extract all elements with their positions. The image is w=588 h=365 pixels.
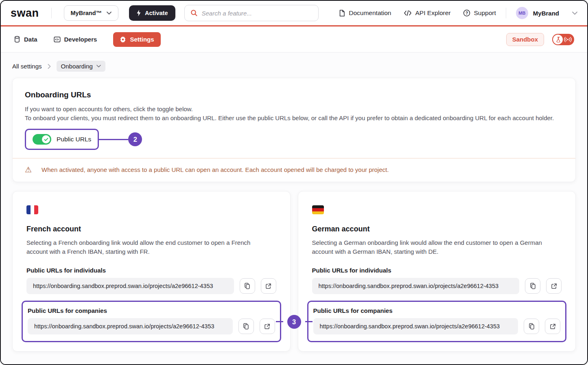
copy-button[interactable] xyxy=(240,278,255,294)
user-menu[interactable]: MB MyBrand xyxy=(516,7,577,19)
feature-search xyxy=(184,5,319,21)
copy-button[interactable] xyxy=(525,278,540,294)
french-companies-url-input[interactable] xyxy=(28,318,233,334)
header-divider xyxy=(51,8,52,18)
copy-button[interactable] xyxy=(524,319,539,334)
tab-developers[interactable]: Developers xyxy=(54,36,97,43)
copy-icon xyxy=(243,323,249,330)
annotation-connector-3-left xyxy=(276,321,283,322)
french-companies-label: Public URLs for companies xyxy=(28,307,275,314)
france-flag-icon xyxy=(26,205,38,214)
documentation-label: Documentation xyxy=(349,9,391,17)
external-link-icon xyxy=(551,283,557,290)
open-url-button[interactable] xyxy=(260,319,275,334)
public-urls-toggle-label: Public URLs xyxy=(57,136,91,143)
external-link-icon xyxy=(265,283,272,290)
german-companies-url-input[interactable] xyxy=(313,318,518,334)
database-icon xyxy=(14,36,20,43)
open-url-button[interactable] xyxy=(261,278,276,294)
breadcrumb-all-settings[interactable]: All settings xyxy=(12,63,42,70)
annotation-box-3-german: Public URLs for companies xyxy=(307,301,567,342)
tab-settings[interactable]: Settings xyxy=(113,32,160,47)
open-url-button[interactable] xyxy=(546,278,562,294)
user-name: MyBrand xyxy=(533,10,559,17)
annotation-box-3-french: Public URLs for companies xyxy=(22,301,281,342)
copy-button[interactable] xyxy=(238,319,254,334)
onboarding-urls-panel: Onboarding URLs If you want to open acco… xyxy=(12,78,576,182)
panel-title: Onboarding URLs xyxy=(25,90,563,99)
annotation-step-3: 3 xyxy=(287,315,301,329)
german-companies-label: Public URLs for companies xyxy=(313,307,561,314)
documentation-link[interactable]: Documentation xyxy=(339,9,391,17)
app-window: swan MyBrand™ Activate D xyxy=(0,0,588,365)
toggle-check-icon xyxy=(42,135,50,143)
swan-logo: swan xyxy=(11,7,39,20)
tab-data[interactable]: Data xyxy=(14,36,37,43)
german-individuals-field: Public URLs for individuals xyxy=(312,267,562,294)
german-account-card: German account Selecting a German onboar… xyxy=(298,191,576,352)
breadcrumb-current-label: Onboarding xyxy=(61,63,93,70)
flask-icon xyxy=(553,35,563,44)
german-individuals-label: Public URLs for individuals xyxy=(312,267,562,274)
public-urls-toggle-row: Public URLs 2 xyxy=(25,129,563,150)
warning-banner: ⚠ When activated, anyone with access to … xyxy=(13,158,575,182)
gear-icon xyxy=(120,36,126,43)
activate-button[interactable]: Activate xyxy=(129,5,175,21)
external-link-icon xyxy=(264,323,271,330)
brand-selector-label: MyBrand™ xyxy=(71,10,102,16)
sandbox-badge: Sandbox xyxy=(506,33,544,46)
open-url-button[interactable] xyxy=(545,319,560,334)
german-account-description: Selecting a German onboarding link would… xyxy=(312,238,556,256)
panel-description-line1: If you want to open accounts for others,… xyxy=(25,105,563,114)
chevron-down-icon xyxy=(107,11,111,15)
breadcrumb-section-dropdown[interactable]: Onboarding xyxy=(57,61,105,72)
french-individuals-label: Public URLs for individuals xyxy=(26,267,276,274)
chevron-down-icon xyxy=(96,65,101,68)
french-individuals-url-input[interactable] xyxy=(26,278,234,294)
search-icon xyxy=(190,9,198,17)
annotation-connector-3-right xyxy=(305,321,313,322)
svg-text:?: ? xyxy=(465,11,468,15)
tab-data-label: Data xyxy=(24,36,37,43)
live-signal-icon xyxy=(564,37,572,42)
activate-label: Activate xyxy=(145,10,168,16)
french-individuals-field: Public URLs for individuals xyxy=(26,267,276,294)
german-account-title: German account xyxy=(312,225,562,233)
document-icon xyxy=(339,10,345,17)
account-cards-row: French account Selecting a French onboar… xyxy=(12,191,576,352)
support-link[interactable]: ? Support xyxy=(463,9,496,17)
api-explorer-label: API Explorer xyxy=(415,9,451,17)
public-urls-toggle[interactable] xyxy=(33,134,51,145)
chevron-right-icon xyxy=(48,64,51,69)
header-links: Documentation API Explorer ? Support MB … xyxy=(327,7,577,19)
search-input[interactable] xyxy=(202,10,313,17)
panel-description-line2: To onboard your clients, you must redire… xyxy=(25,114,563,123)
question-circle-icon: ? xyxy=(463,9,470,17)
french-account-card: French account Selecting a French onboar… xyxy=(12,191,291,352)
lightning-bolt-icon xyxy=(136,10,141,16)
warning-text: When activated, anyone with access to a … xyxy=(42,166,389,173)
french-account-description: Selecting a French onboarding link would… xyxy=(26,238,271,256)
annotation-box-2: Public URLs xyxy=(25,129,99,150)
german-individuals-url-input[interactable] xyxy=(312,278,520,294)
api-explorer-link[interactable]: API Explorer xyxy=(404,9,451,17)
germany-flag-icon xyxy=(312,205,324,214)
french-account-title: French account xyxy=(26,225,276,233)
code-brackets-icon xyxy=(404,10,412,16)
copy-icon xyxy=(244,282,251,290)
top-header: swan MyBrand™ Activate D xyxy=(1,1,587,25)
header-divider-2 xyxy=(506,8,506,18)
tab-developers-label: Developers xyxy=(64,36,97,43)
external-link-icon xyxy=(549,323,556,330)
french-companies-field: Public URLs for companies xyxy=(28,307,275,334)
german-companies-field: Public URLs for companies xyxy=(313,307,561,334)
copy-icon xyxy=(529,282,536,290)
annotation-connector-2 xyxy=(99,139,128,140)
dev-window-icon xyxy=(54,36,61,43)
warning-triangle-icon: ⚠ xyxy=(25,166,32,174)
project-nav: Data Developers Settings Sandbox xyxy=(1,26,587,53)
breadcrumb: All settings Onboarding xyxy=(12,53,576,72)
environment-toggle[interactable] xyxy=(552,34,574,45)
chevron-down-icon xyxy=(572,11,577,15)
brand-selector-dropdown[interactable]: MyBrand™ xyxy=(64,5,119,21)
